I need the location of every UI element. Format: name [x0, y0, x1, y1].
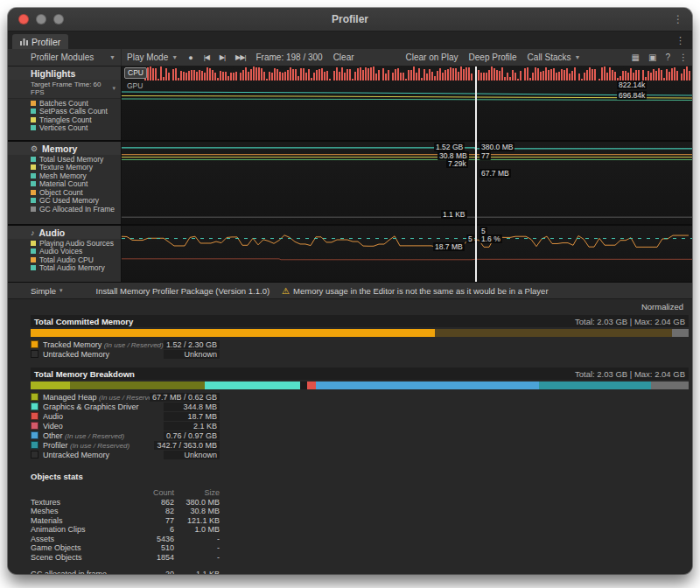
deep-profile-toggle[interactable]: Deep Profile	[464, 49, 522, 66]
play-mode-dropdown[interactable]: Play Mode ▼	[122, 49, 183, 66]
legend-label: Managed Heap (In use / Reserved)	[43, 393, 150, 402]
module-header-audio[interactable]: ♪ Audio	[8, 226, 121, 239]
object-size: -	[174, 543, 220, 552]
audio-title: Audio	[39, 228, 66, 238]
clear-button[interactable]: Clear	[328, 49, 360, 66]
window-menu-icon[interactable]: ⋮	[673, 13, 692, 25]
window-title: Profiler	[8, 13, 692, 25]
memory-module-icon: ⚙	[31, 144, 38, 153]
counter-label: Object Count	[39, 188, 83, 197]
legend-row[interactable]: Tracked Memory (In use / Reserved) 1.52 …	[31, 340, 220, 349]
detail-view-label: Simple	[31, 286, 56, 296]
counter-label: Audio Voices	[39, 247, 82, 256]
close-button[interactable]	[18, 14, 29, 24]
counter-item[interactable]: Object Count	[8, 188, 121, 197]
counter-item[interactable]: Total Audio CPU	[8, 256, 121, 264]
counter-swatch	[31, 241, 36, 246]
object-name: Meshes	[31, 507, 139, 515]
layout-grid-icon[interactable]: ▦	[627, 52, 644, 62]
counter-item[interactable]: GC Allocated In Frame	[8, 205, 121, 214]
tab-profiler[interactable]: Profiler	[12, 34, 68, 49]
counter-item[interactable]: Batches Count	[8, 99, 121, 108]
module-header-memory[interactable]: ⚙ Memory	[8, 142, 121, 155]
table-row: Assets 5436 -	[31, 535, 220, 544]
module-row-memory: ⚙ Memory Total Used Memory Texture Memor…	[8, 140, 692, 224]
profiler-modules-label: Profiler Modules	[31, 52, 94, 62]
record-button[interactable]: ●	[183, 49, 198, 66]
object-count: 6	[139, 525, 174, 534]
counter-item[interactable]: Total Audio Memory	[8, 264, 121, 273]
counter-item[interactable]: Material Count	[8, 180, 121, 189]
counter-item[interactable]: Mesh Memory	[8, 172, 121, 180]
chevron-down-icon: ▼	[575, 54, 581, 60]
cpu-toggle[interactable]: CPU	[124, 67, 147, 79]
counter-item[interactable]: Playing Audio Sources	[8, 239, 121, 248]
counter-label: Playing Audio Sources	[39, 239, 114, 248]
module-header-highlights[interactable]: Highlights	[8, 66, 121, 80]
table-row: Materials 77 121.1 KB	[31, 516, 220, 526]
memory-chart[interactable]: 1.52 GB380.0 MB30.8 MB777.29k67.7 MB1.1 …	[122, 142, 692, 224]
legend-label: Untracked Memory	[43, 350, 164, 359]
cpu-usage-bars[interactable]	[144, 66, 691, 80]
zoom-button[interactable]	[53, 14, 64, 24]
object-count: 1854	[139, 553, 174, 562]
legend-value: Unknown	[164, 451, 220, 459]
counter-item[interactable]: Texture Memory	[8, 164, 121, 172]
counter-item[interactable]: GC Used Memory	[8, 197, 121, 206]
audio-chart[interactable]: 551.6 %18.7 MB	[122, 226, 692, 282]
counter-item[interactable]: Audio Voices	[8, 248, 121, 256]
counter-label: Material Count	[39, 179, 88, 188]
target-frame-time-dropdown[interactable]: Target Frame Time: 60 FPS ▾	[8, 80, 121, 99]
titlebar[interactable]: Profiler ⋮	[8, 8, 692, 32]
traffic-lights	[8, 14, 64, 24]
current-frame-button[interactable]: ▶▶|	[230, 49, 250, 66]
counter-swatch	[31, 125, 36, 130]
memory-details-pane: Normalized Total Committed Memory Total:…	[8, 299, 692, 574]
legend-row[interactable]: Untracked Memory Unknown	[31, 349, 220, 359]
help-icon[interactable]: ?	[661, 52, 675, 62]
details-pane-icon[interactable]: ▣	[644, 52, 661, 62]
object-size: -	[174, 553, 220, 562]
warning-icon: ⚠	[282, 286, 290, 296]
legend-row[interactable]: Managed Heap (In use / Reserved) 67.7 MB…	[31, 392, 220, 402]
counter-item[interactable]: SetPass Calls Count	[8, 108, 121, 116]
chart-value-chip: 380.0 MB	[480, 143, 514, 151]
profiler-modules-dropdown[interactable]: Profiler Modules ▼	[8, 49, 122, 66]
chart-value-chip: 67.7 MB	[480, 169, 511, 178]
legend-swatch	[31, 412, 38, 420]
legend-row[interactable]: Other (In use / Reserved) 0.76 / 0.97 GB	[31, 430, 220, 440]
memory-bar-segment	[672, 329, 689, 337]
minimize-button[interactable]	[36, 14, 46, 24]
tab-menu-icon[interactable]: ⋮	[668, 35, 692, 46]
counter-swatch	[31, 257, 36, 262]
legend-row[interactable]: Profiler (In use / Reserved) 342.7 / 363…	[31, 440, 220, 450]
chart-value-chip: 18.7 MB	[433, 242, 465, 251]
counter-label: SetPass Calls Count	[39, 107, 108, 116]
legend-row[interactable]: Untracked Memory Unknown	[31, 450, 220, 459]
object-size: -	[174, 535, 220, 543]
toolbar-menu-icon[interactable]: ⋮	[675, 52, 692, 62]
chart-value-chip: 1.1 KB	[441, 210, 467, 219]
next-frame-button[interactable]: ▶|	[214, 49, 230, 66]
previous-frame-button[interactable]: |◀	[199, 49, 214, 66]
detail-view-dropdown[interactable]: Simple ▾	[31, 286, 63, 296]
gpu-toggle[interactable]: GPU	[127, 81, 143, 90]
counter-label: GC Allocated In Frame	[39, 205, 115, 214]
object-count: 5436	[139, 535, 174, 543]
frame-playhead[interactable]	[475, 66, 477, 282]
counter-item[interactable]: Triangles Count	[8, 116, 121, 124]
legend-row[interactable]: Video 2.1 KB	[31, 421, 220, 430]
call-stacks-dropdown[interactable]: Call Stacks ▼	[522, 49, 586, 66]
legend-value: 67.7 MB / 0.62 GB	[150, 393, 220, 402]
legend-row[interactable]: Audio 18.7 MB	[31, 411, 220, 421]
counter-label: Total Audio CPU	[39, 256, 94, 264]
counter-item[interactable]: Vertices Count	[8, 124, 121, 133]
legend-row[interactable]: Graphics & Graphics Driver 344.8 MB	[31, 402, 220, 411]
normalized-toggle[interactable]: Normalized	[641, 302, 683, 312]
highlights-chart[interactable]: CPU GPU 822.14k696.84k	[122, 66, 692, 140]
chevron-down-icon: ▼	[109, 54, 116, 60]
clear-on-play-toggle[interactable]: Clear on Play	[401, 49, 464, 66]
memory-breakdown-title: Total Memory Breakdown	[34, 369, 135, 379]
install-package-button[interactable]: Install Memory Profiler Package (Version…	[96, 286, 270, 296]
counter-item[interactable]: Total Used Memory	[8, 155, 121, 164]
